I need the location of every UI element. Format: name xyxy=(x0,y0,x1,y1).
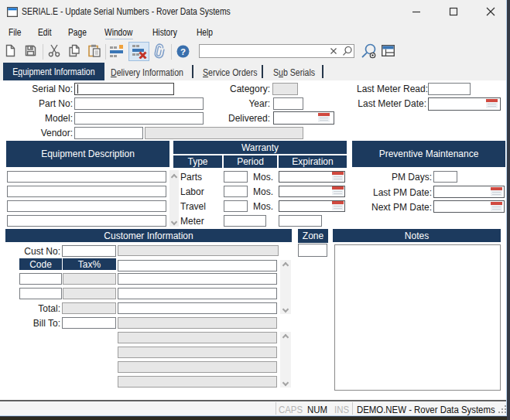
svg-text:?: ? xyxy=(180,47,186,56)
